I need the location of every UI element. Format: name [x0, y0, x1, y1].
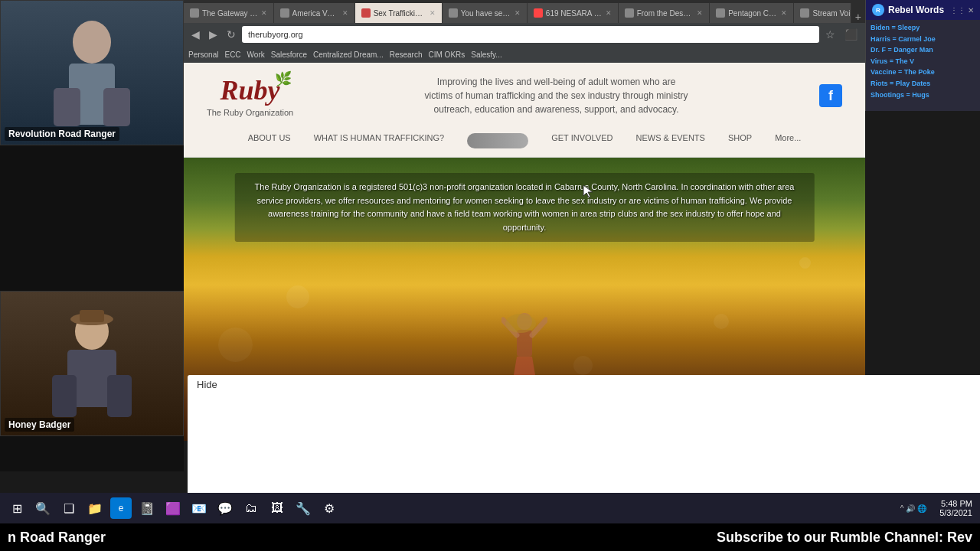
video-feed-top: Revolution Road Ranger — [0, 0, 184, 145]
rebel-words-header: R Rebel Words ⋮⋮ ✕ — [866, 0, 980, 20]
bubble-4 — [799, 257, 811, 269]
bookmark-research[interactable]: Research — [390, 51, 423, 59]
chat-item-5: Vaccine = The Poke — [871, 67, 975, 77]
new-tab-button[interactable]: + — [851, 11, 865, 23]
start-button[interactable]: ⊞ — [6, 497, 28, 519]
system-tray: ^ 🔊 🌐 — [900, 504, 926, 513]
butterfly-icon: 🌿 — [275, 70, 292, 87]
tab-4[interactable]: You have searched for... ✕ — [443, 3, 528, 23]
bottom-ticker: n Road Ranger Subscribe to our Rumble Ch… — [0, 523, 980, 551]
bubble-5 — [573, 356, 593, 375]
back-button[interactable]: ◀ — [188, 27, 203, 42]
ticker-left-text: n Road Ranger — [0, 530, 106, 546]
tab-favicon-5 — [534, 8, 543, 18]
nav-about[interactable]: ABOUT US — [244, 131, 295, 151]
tab-close-2[interactable]: ✕ — [342, 9, 348, 17]
nav-shop[interactable]: SHOP — [724, 131, 756, 151]
tab-1[interactable]: The Gateway Pundit - W... ✕ — [184, 3, 274, 23]
facebook-icon[interactable]: f — [819, 84, 842, 107]
address-text: therubyorg.org — [248, 30, 303, 39]
person-silhouette-1 — [1, 1, 183, 145]
tab-close-3[interactable]: ✕ — [430, 9, 436, 17]
task-view[interactable]: ❑ — [58, 497, 80, 519]
bottom-feed-label: Honey Badger — [5, 418, 74, 432]
top-feed-label: Revolution Road Ranger — [5, 127, 119, 141]
site-tagline: Improving the lives and well-being of ad… — [423, 75, 691, 116]
browser-chrome: The Gateway Pundit - W... ✕ America Volt… — [184, 0, 865, 63]
app-icon-9[interactable]: 🔧 — [292, 497, 314, 519]
app-icon-7[interactable]: 🗂 — [240, 497, 262, 519]
extensions-button[interactable]: ⬛ — [841, 27, 861, 42]
video-feed-bottom: Honey Badger — [0, 291, 184, 436]
nav-more[interactable]: More... — [771, 131, 805, 151]
tab-7[interactable]: Pentagon Coup Claim... ✕ — [710, 3, 794, 23]
bookmark-work[interactable]: Work — [247, 51, 265, 59]
nav-news[interactable]: NEWS & EVENTS — [632, 131, 708, 151]
tray-icons: ^ 🔊 🌐 — [900, 504, 926, 513]
rebel-words-panel: R Rebel Words ⋮⋮ ✕ Biden = Sleepy Harris… — [865, 0, 980, 111]
rebel-words-title: Rebel Words — [888, 5, 944, 15]
person-silhouette-2 — [1, 292, 183, 435]
app-icon-5[interactable]: 📧 — [188, 497, 210, 519]
logo-subtitle: The Ruby Organization — [207, 108, 293, 117]
tab-5[interactable]: 619 NESARA / GESARA... ✕ — [528, 3, 619, 23]
file-explorer[interactable]: 📁 — [84, 497, 106, 519]
clock-time: 5:48 PM — [939, 499, 972, 508]
chat-content: Biden = Sleepy Harris = Carmel Joe Dr. F… — [866, 20, 980, 104]
dark-left — [0, 441, 184, 471]
tab-close-1[interactable]: ✕ — [261, 9, 267, 17]
tab-close-7[interactable]: ✕ — [781, 9, 787, 17]
tab-close-6[interactable]: ✕ — [697, 9, 703, 17]
bubble-3 — [218, 328, 253, 362]
svg-rect-8 — [52, 375, 77, 417]
bookmark-ecc[interactable]: ECC — [224, 51, 240, 59]
site-social: f — [819, 84, 842, 107]
nav-get-involved[interactable]: GET INVOLVED — [547, 131, 616, 151]
site-logo: Ruby 🌿 The Ruby Organization — [207, 74, 293, 117]
tab-2[interactable]: America Volta Austin... ✕ — [274, 3, 355, 23]
bookmark-salesfy[interactable]: Salesfy... — [471, 51, 501, 59]
tab-favicon-1 — [190, 8, 199, 18]
tab-favicon-3 — [361, 8, 371, 18]
tab-close-4[interactable]: ✕ — [514, 9, 521, 17]
bookmark-cim[interactable]: CIM OKRs — [429, 51, 466, 59]
edge-icon[interactable]: e — [110, 497, 132, 519]
tab-close-5[interactable]: ✕ — [606, 9, 612, 17]
tab-6[interactable]: From the Desk of Donald... ✕ — [619, 3, 710, 23]
logo-text: Ruby — [220, 75, 280, 106]
reload-button[interactable]: ↻ — [224, 27, 239, 42]
address-bar[interactable]: therubyorg.org — [242, 26, 819, 43]
svg-rect-3 — [103, 88, 130, 126]
bookmark-star[interactable]: ☆ — [822, 27, 838, 42]
rebel-words-icon: R — [872, 4, 884, 16]
nav-trafficking[interactable]: WHAT IS HUMAN TRAFFICKING? — [310, 131, 449, 151]
hat — [505, 314, 536, 333]
chat-item-7: Shootings = Hugs — [871, 90, 975, 100]
app-icon-10[interactable]: ⚙ — [318, 497, 340, 519]
onenote-icon[interactable]: 📓 — [136, 497, 158, 519]
chat-item-1: Biden = Sleepy — [871, 23, 975, 33]
forward-button[interactable]: ▶ — [206, 27, 220, 42]
system-clock: 5:48 PM 5/3/2021 — [939, 499, 972, 517]
taskbar: ⊞ 🔍 ❑ 📁 e 📓 🟪 📧 💬 🗂 🖼 🔧 ⚙ ^ 🔊 🌐 5:48 PM … — [0, 493, 980, 523]
bookmark-personal[interactable]: Personal — [188, 51, 218, 59]
tab-bar: The Gateway Pundit - W... ✕ America Volt… — [184, 0, 865, 23]
tab-favicon-7 — [716, 8, 725, 18]
tab-favicon-4 — [449, 8, 458, 18]
site-nav: ABOUT US WHAT IS HUMAN TRAFFICKING? GET … — [184, 125, 865, 158]
bookmark-centralized[interactable]: Centralized Dream... — [313, 51, 384, 59]
bookmark-salesforce[interactable]: Salesforce — [271, 51, 307, 59]
app-icon-4[interactable]: 🟪 — [162, 497, 184, 519]
app-icon-8[interactable]: 🖼 — [266, 497, 288, 519]
tab-3[interactable]: Sex Trafficking Support... ✕ — [355, 3, 443, 23]
tab-favicon-2 — [280, 8, 289, 18]
tab-8[interactable]: Stream Void ✕ — [794, 3, 851, 23]
app-icon-6[interactable]: 💬 — [214, 497, 236, 519]
chat-item-2: Harris = Carmel Joe — [871, 34, 975, 44]
svg-rect-6 — [80, 310, 104, 322]
nav-active[interactable] — [463, 131, 532, 151]
nav-bar: ◀ ▶ ↻ therubyorg.org ☆ ⬛ — [184, 23, 865, 46]
panel-icons: ⋮⋮ ✕ — [950, 6, 974, 15]
search-taskbar[interactable]: 🔍 — [32, 497, 54, 519]
svg-rect-9 — [107, 375, 132, 417]
